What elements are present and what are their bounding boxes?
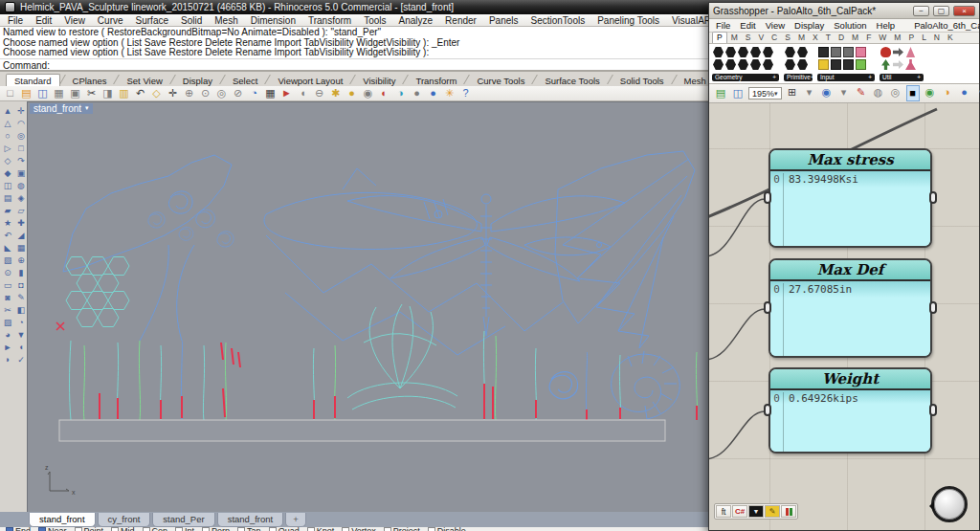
menu-item[interactable]: Mesh	[214, 15, 237, 26]
menu-item[interactable]: Help	[877, 20, 896, 31]
component-icon[interactable]	[843, 59, 854, 70]
checkbox[interactable]	[143, 527, 150, 531]
menu-item[interactable]: Curve	[98, 15, 123, 26]
component-icon[interactable]	[713, 47, 724, 57]
menu-item[interactable]: Transform	[308, 15, 351, 26]
sidebar-tool-icon[interactable]: ▭	[2, 280, 13, 291]
menu-item[interactable]: File	[716, 20, 730, 31]
sidebar-tool-icon[interactable]: ◕	[2, 330, 13, 341]
sidebar-tool-icon[interactable]: ◇	[2, 156, 13, 166]
properties-icon[interactable]: ▣	[69, 87, 81, 100]
open-definition-icon[interactable]: ▤	[714, 86, 727, 100]
component-icon[interactable]	[763, 47, 773, 57]
copy-icon[interactable]: ◨	[101, 87, 114, 100]
checkbox[interactable]	[111, 527, 119, 531]
sidebar-tool-icon[interactable]: ⊕	[15, 255, 27, 266]
category-tab[interactable]: W	[875, 33, 890, 43]
category-tab[interactable]: L	[918, 33, 930, 43]
undo-icon[interactable]: ↶	[134, 87, 146, 100]
maximize-button[interactable]: ▢	[933, 6, 949, 16]
toolbar-tab[interactable]: Curve Tools	[469, 75, 532, 86]
input-connector[interactable]	[764, 301, 771, 314]
toolbar-tab[interactable]: Standard	[6, 74, 60, 86]
group-label-bar[interactable]: Primitive +	[784, 74, 813, 81]
paste-icon[interactable]: ▥	[118, 87, 130, 100]
component-icon[interactable]	[738, 47, 748, 57]
close-button[interactable]: ×	[953, 6, 975, 16]
group-label-bar[interactable]: Geometry +	[712, 74, 779, 81]
menu-item[interactable]: Dimension	[251, 15, 296, 26]
panel-weight[interactable]: Weight 0 0.64926kips	[768, 367, 932, 454]
input-connector[interactable]	[764, 191, 771, 204]
component-icon[interactable]	[856, 47, 866, 57]
new-document-icon[interactable]: □	[4, 87, 16, 100]
sidebar-tool-icon[interactable]: ▰	[2, 206, 13, 216]
menu-item[interactable]: Edit	[35, 15, 52, 26]
unit-label[interactable]: ft	[716, 505, 731, 518]
group-label-bar[interactable]: Util +	[880, 74, 924, 81]
expand-plus-icon[interactable]: +	[772, 74, 776, 81]
zoom-extents-icon[interactable]: ⊞	[786, 85, 799, 101]
caret-icon[interactable]: ▾	[975, 85, 980, 101]
sidebar-tool-icon[interactable]: ✎	[15, 293, 27, 303]
component-icon[interactable]	[750, 47, 761, 57]
lamp-icon[interactable]: ●	[345, 87, 358, 100]
category-tab[interactable]: M	[727, 33, 742, 43]
component-icon[interactable]	[713, 59, 724, 70]
color-wheel-icon[interactable]: ◑	[394, 87, 407, 100]
category-tab[interactable]: N	[930, 33, 944, 43]
component-icon[interactable]	[893, 59, 903, 70]
component-icon[interactable]	[880, 59, 891, 70]
toolbar-tab[interactable]: Solid Tools	[612, 75, 672, 86]
component-icon[interactable]	[831, 47, 841, 57]
menu-item[interactable]: Tools	[364, 15, 386, 26]
viewport-tab[interactable]: cy_front	[98, 513, 151, 527]
component-icon[interactable]	[763, 59, 773, 70]
sidebar-tool-icon[interactable]: ◣	[2, 243, 13, 254]
toolbar-tab[interactable]: Display	[175, 75, 220, 86]
sidebar-tool-icon[interactable]: ◧	[15, 305, 27, 316]
scatter-icon[interactable]: ✱	[329, 87, 342, 100]
checkbox[interactable]	[6, 527, 13, 531]
component-icon[interactable]	[785, 47, 795, 57]
viewport-layout-icon[interactable]: ▦	[264, 87, 277, 100]
component-icon[interactable]	[750, 59, 761, 70]
expand-plus-icon[interactable]: +	[868, 74, 872, 81]
preview-shaded-icon[interactable]: ■	[906, 85, 920, 101]
sidebar-tool-icon[interactable]: ◍	[15, 181, 27, 191]
checkbox[interactable]	[38, 527, 46, 531]
menu-item[interactable]: Panels	[489, 15, 519, 26]
sidebar-tool-icon[interactable]: ★	[2, 218, 13, 229]
checkbox[interactable]	[307, 527, 315, 531]
menu-item[interactable]: Solid	[181, 15, 202, 26]
component-icon[interactable]	[818, 47, 829, 57]
mouse-icon[interactable]: ◖	[297, 87, 309, 100]
category-tab[interactable]: P	[904, 33, 918, 43]
move-icon[interactable]: ✛	[167, 87, 179, 100]
sketch-icon[interactable]: ✎	[765, 505, 780, 518]
chevron-down-icon[interactable]: ▾	[85, 104, 89, 112]
sidebar-tool-icon[interactable]: □	[15, 144, 27, 154]
preview-off-icon[interactable]: ◍	[872, 85, 885, 101]
zoom-icon[interactable]: ⊕	[183, 87, 195, 100]
sidebar-tool-icon[interactable]: ▮	[15, 268, 27, 278]
save-definition-icon[interactable]: ◫	[731, 86, 745, 100]
category-tab[interactable]: D	[835, 33, 848, 43]
profiler-icon[interactable]	[781, 505, 796, 518]
expand-plus-icon[interactable]: +	[917, 74, 921, 81]
category-tab[interactable]: S	[781, 33, 794, 43]
toolbar-tab[interactable]: Select	[225, 75, 265, 86]
history-icon[interactable]: ⊖	[313, 87, 325, 100]
viewport-tab[interactable]: stand_front	[29, 513, 96, 527]
toolbar-tab[interactable]: CPlanes	[65, 75, 115, 86]
panel-max-def[interactable]: Max Def 0 27.67085in	[768, 258, 932, 358]
checkbox[interactable]	[75, 527, 82, 531]
component-icon[interactable]	[738, 59, 748, 70]
sidebar-tool-icon[interactable]: ○	[2, 131, 13, 142]
sidebar-tool-icon[interactable]: ▣	[15, 168, 27, 179]
viewport-label[interactable]: stand_front ▾	[30, 103, 93, 114]
add-viewport-tab-button[interactable]: +	[285, 513, 306, 527]
category-tab-params[interactable]: P	[712, 32, 727, 43]
component-icon[interactable]	[725, 47, 736, 57]
output-connector[interactable]	[929, 191, 937, 204]
